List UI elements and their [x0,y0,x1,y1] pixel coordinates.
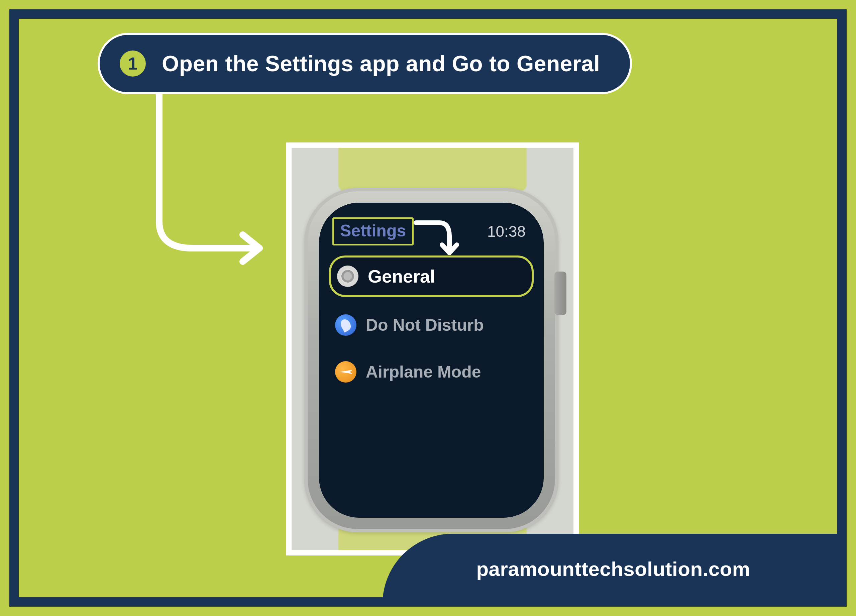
settings-header-label[interactable]: Settings [333,217,414,245]
menu-item-do-not-disturb[interactable]: Do Not Disturb [329,306,534,344]
step-title: Open the Settings app and Go to General [162,51,600,76]
watch-case: Settings 10:38 General Do Not Distur [304,188,559,533]
watch-screenshot-card: Settings 10:38 General Do Not Distur [286,142,579,556]
moon-icon [335,314,356,336]
watch-screen: Settings 10:38 General Do Not Distur [319,203,544,518]
menu-item-general[interactable]: General [329,256,534,297]
watch-time: 10:38 [487,222,526,240]
menu-item-label: Airplane Mode [366,362,481,382]
footer-attribution: paramounttechsolution.com [383,534,844,604]
digital-crown [554,271,567,315]
step-number-badge: 1 [120,51,146,77]
step-number: 1 [128,54,138,74]
content-frame: 1 Open the Settings app and Go to Genera… [9,9,847,607]
menu-item-label: General [368,266,435,286]
airplane-icon [335,361,356,383]
settings-header-text: Settings [340,222,406,240]
footer-website: paramounttechsolution.com [476,557,750,581]
watch-band-top [339,142,527,191]
gear-icon [337,265,359,287]
menu-item-airplane-mode[interactable]: Airplane Mode [329,353,534,391]
watch-header: Settings 10:38 [329,217,534,245]
step-pill: 1 Open the Settings app and Go to Genera… [98,33,632,94]
menu-item-label: Do Not Disturb [366,315,484,335]
connector-arrow-icon [139,94,283,268]
settings-menu: General Do Not Disturb Airplane Mode [329,256,534,391]
